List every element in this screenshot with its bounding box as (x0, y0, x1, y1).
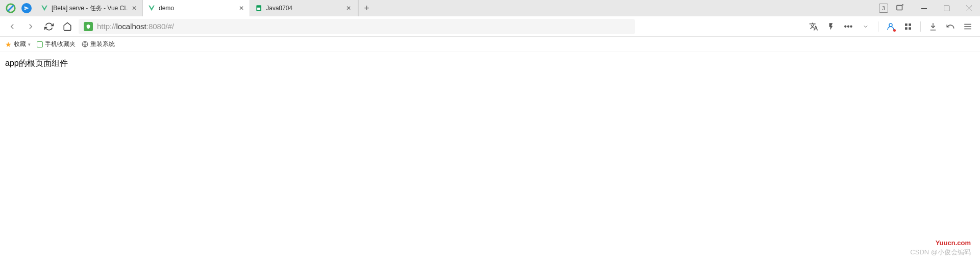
undo-icon[interactable] (943, 19, 958, 34)
close-button[interactable] (958, 0, 980, 16)
sheets-icon (255, 5, 262, 12)
send-icon[interactable] (21, 3, 32, 13)
tab-java0704[interactable]: Java0704 ✕ (250, 0, 357, 16)
reinstall-bookmark[interactable]: 重装系统 (82, 40, 115, 49)
translate-icon[interactable] (806, 19, 821, 34)
svg-point-5 (889, 23, 892, 27)
close-icon[interactable]: ✕ (131, 5, 137, 11)
security-shield-icon[interactable] (84, 22, 93, 31)
tab-title: Java0704 (266, 5, 342, 12)
svg-rect-3 (897, 6, 902, 10)
session-count-badge[interactable]: 3 (879, 4, 888, 13)
flash-icon[interactable] (824, 19, 838, 34)
apps-grid-icon[interactable] (901, 19, 915, 34)
toolbar-right: ••• (806, 19, 975, 34)
menu-icon[interactable] (961, 19, 975, 34)
tab-title: demo (159, 5, 235, 12)
browser-logo-icon (5, 3, 16, 14)
separator (920, 21, 921, 32)
tab-title: [Beta] serve - 任务 - Vue CL (52, 4, 128, 13)
vue-icon (148, 5, 155, 12)
page-content: app的根页面组件 (0, 52, 980, 75)
minimize-button[interactable] (913, 0, 935, 16)
tab-strip: [Beta] serve - 任务 - Vue CL ✕ demo ✕ Java… (36, 0, 879, 16)
mobile-label: 手机收藏夹 (45, 40, 76, 49)
mobile-icon (37, 41, 43, 47)
star-icon: ★ (5, 40, 12, 49)
reload-button[interactable] (42, 19, 56, 34)
mobile-bookmarks-button[interactable]: 手机收藏夹 (37, 40, 76, 49)
watermark-grey: CSDN @小俊会编码 (910, 248, 971, 257)
close-icon[interactable]: ✕ (238, 5, 244, 11)
address-bar[interactable]: http://localhost:8080/#/ (79, 19, 635, 34)
page-text: app的根页面组件 (5, 59, 68, 67)
home-button[interactable] (60, 19, 75, 34)
bookmarks-bar: ★ 收藏 ▾ 手机收藏夹 重装系统 (0, 37, 980, 52)
separator (878, 21, 878, 32)
tab-demo[interactable]: demo ✕ (143, 0, 250, 16)
favorites-button[interactable]: ★ 收藏 ▾ (5, 40, 31, 49)
forward-button[interactable] (23, 19, 38, 34)
navigation-bar: http://localhost:8080/#/ ••• (0, 16, 980, 37)
maximize-button[interactable] (935, 0, 958, 16)
close-icon[interactable]: ✕ (346, 5, 352, 11)
favorites-label: 收藏 (14, 40, 26, 49)
globe-icon (82, 41, 88, 47)
svg-rect-9 (909, 27, 911, 30)
svg-rect-8 (905, 27, 908, 30)
chevron-down-icon: ▾ (28, 42, 31, 47)
chevron-down-icon[interactable] (859, 19, 873, 34)
new-window-icon[interactable] (895, 3, 905, 13)
browser-brand-icons (0, 3, 32, 14)
svg-rect-2 (257, 8, 260, 10)
watermark-red: Yuucn.com (936, 239, 971, 247)
vue-icon (41, 5, 48, 12)
titlebar: [Beta] serve - 任务 - Vue CL ✕ demo ✕ Java… (0, 0, 980, 16)
profile-icon[interactable] (884, 19, 898, 34)
url-text: http://localhost:8080/#/ (97, 22, 174, 31)
reinstall-label: 重装系统 (90, 40, 115, 49)
window-controls: 3 (879, 0, 980, 16)
tab-vue-cli[interactable]: [Beta] serve - 任务 - Vue CL ✕ (36, 0, 143, 16)
download-icon[interactable] (926, 19, 940, 34)
svg-rect-6 (905, 23, 908, 26)
back-button[interactable] (5, 19, 19, 34)
more-icon[interactable]: ••• (841, 19, 855, 34)
svg-rect-7 (909, 23, 911, 26)
new-tab-button[interactable]: + (358, 0, 375, 16)
svg-rect-4 (944, 6, 949, 11)
